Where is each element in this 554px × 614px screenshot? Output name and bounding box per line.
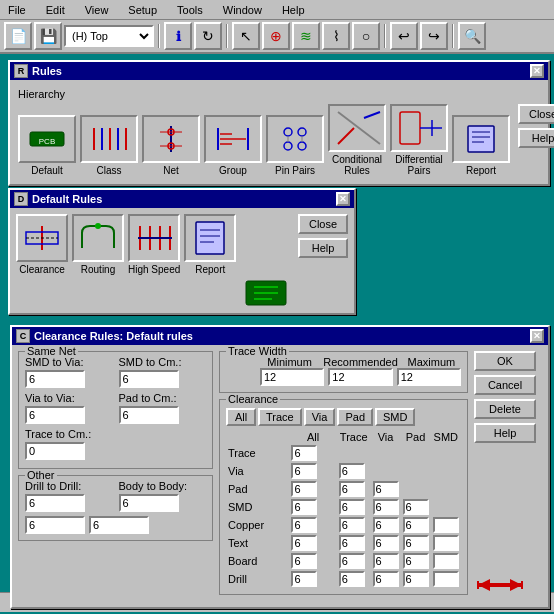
menu-help[interactable]: Help [278,3,309,17]
hier-net[interactable]: Net [142,115,200,176]
trace-cm-input[interactable] [25,442,85,460]
default-rules-close-btn[interactable]: Close [298,214,348,234]
tw-min-label: Minimum [260,356,319,368]
rules-close-x[interactable]: ✕ [530,64,544,78]
cell-drill-via[interactable] [373,571,399,587]
cell-text-smd[interactable] [433,535,459,551]
cell-copper-smd[interactable] [433,517,459,533]
route-tool[interactable]: ⊕ [262,22,290,50]
tw-max-label: Maximum [402,356,461,368]
body-val2[interactable] [89,516,149,534]
undo-button[interactable]: ↩ [390,22,418,50]
arrow-tool[interactable]: ↖ [232,22,260,50]
save-button[interactable]: 💾 [34,22,62,50]
cell-drill-trace[interactable] [339,571,365,587]
info-button[interactable]: ℹ [164,22,192,50]
hier-class[interactable]: Class [80,115,138,176]
delete-btn[interactable]: Delete [474,399,536,419]
tw-min-input[interactable] [260,368,324,386]
tw-max-input[interactable] [397,368,461,386]
pin-pairs-label: Pin Pairs [275,165,315,176]
refresh-button[interactable]: ↻ [194,22,222,50]
cell-board-via[interactable] [373,553,399,569]
cell-copper-via[interactable] [373,517,399,533]
routing-svg [76,218,120,258]
menu-edit[interactable]: Edit [42,3,69,17]
route3-tool[interactable]: ⌇ [322,22,350,50]
cell-board-trace[interactable] [339,553,365,569]
cell-pad-trace[interactable] [339,481,365,497]
dr-clearance[interactable]: Clearance [16,214,68,275]
via-via-input[interactable] [25,406,85,424]
cell-drill-smd[interactable] [433,571,459,587]
body-input[interactable] [119,494,179,512]
rules-close-btn[interactable]: Close [518,104,554,124]
hier-pin-pairs[interactable]: Pin Pairs [266,115,324,176]
cell-board-pad[interactable] [403,553,429,569]
cell-pad-all[interactable] [291,481,317,497]
rules-help-btn[interactable]: Help [518,128,554,148]
cell-drill-pad[interactable] [403,571,429,587]
tab-pad[interactable]: Pad [337,408,373,426]
cell-text-trace[interactable] [339,535,365,551]
menu-view[interactable]: View [81,3,113,17]
cell-copper-pad[interactable] [403,517,429,533]
hier-default[interactable]: PCB Default [18,115,76,176]
cell-pad-via[interactable] [373,481,399,497]
menu-file[interactable]: File [4,3,30,17]
body-field: Body to Body: [119,480,207,512]
ok-btn[interactable]: OK [474,351,536,371]
clearance-close-x[interactable]: ✕ [530,329,544,343]
route2-tool[interactable]: ≋ [292,22,320,50]
cell-trace-all[interactable] [291,445,317,461]
cell-via-trace[interactable] [339,463,365,479]
cell-via-all[interactable] [291,463,317,479]
hier-conditional[interactable]: Conditional Rules [328,104,386,176]
cancel-btn[interactable]: Cancel [474,375,536,395]
cell-smd-all[interactable] [291,499,317,515]
cell-smd-via[interactable] [373,499,399,515]
cell-board-smd[interactable] [433,553,459,569]
cell-drill-all[interactable] [291,571,317,587]
smd-via-input[interactable] [25,370,85,388]
menu-setup[interactable]: Setup [124,3,161,17]
cell-text-all[interactable] [291,535,317,551]
menu-tools[interactable]: Tools [173,3,207,17]
new-button[interactable]: 📄 [4,22,32,50]
cell-copper-all[interactable] [291,517,317,533]
zoom-button[interactable]: 🔍 [458,22,486,50]
menu-window[interactable]: Window [219,3,266,17]
dr-report-label: Report [195,264,225,275]
tw-rec-input[interactable] [328,368,392,386]
tab-trace[interactable]: Trace [258,408,302,426]
rules-content: Hierarchy PCB Default [10,80,548,184]
conditional-icon [330,104,384,152]
tab-via[interactable]: Via [304,408,336,426]
redo-button[interactable]: ↪ [420,22,448,50]
layer-dropdown[interactable]: (H) Top [64,25,154,47]
cell-smd-pad[interactable] [403,499,429,515]
pad-cm-input[interactable] [119,406,179,424]
cell-copper-trace[interactable] [339,517,365,533]
default-rules-help-btn[interactable]: Help [298,238,348,258]
tab-smd[interactable]: SMD [375,408,415,426]
cell-smd-trace[interactable] [339,499,365,515]
tab-all[interactable]: All [226,408,256,426]
smd-via-label: SMD to Via: [25,356,113,368]
cell-board-all[interactable] [291,553,317,569]
hier-report[interactable]: Report [452,115,510,176]
dr-routing[interactable]: Routing [72,214,124,275]
tw-headers: Minimum Recommended Maximum [226,356,461,368]
cell-text-pad[interactable] [403,535,429,551]
drill-val2[interactable] [25,516,85,534]
cell-text-via[interactable] [373,535,399,551]
help-btn[interactable]: Help [474,423,536,443]
smd-cm-input[interactable] [119,370,179,388]
dr-report[interactable]: Report [184,214,236,275]
dr-high-speed[interactable]: High Speed [128,214,180,275]
hier-differential[interactable]: Differential Pairs [390,104,448,176]
drill-input[interactable] [25,494,85,512]
hier-group[interactable]: Group [204,115,262,176]
via-tool[interactable]: ○ [352,22,380,50]
default-rules-close-x[interactable]: ✕ [336,192,350,206]
